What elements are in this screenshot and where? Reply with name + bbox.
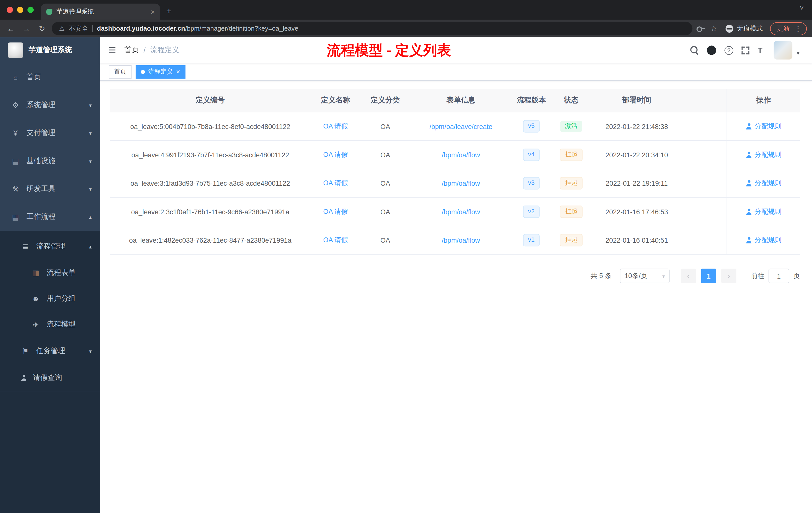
assign-rule-link[interactable]: 分配规则 xyxy=(754,235,781,245)
page-size-select[interactable]: 10条/页 ▾ xyxy=(620,269,670,283)
definition-table: 定义编号 定义名称 定义分类 表单信息 流程版本 状态 部署时间 操作 oa_l… xyxy=(110,89,800,255)
app-logo[interactable]: 芋道管理系统 xyxy=(0,37,100,63)
search-icon[interactable] xyxy=(691,46,699,55)
sidebar-item-process-form[interactable]: ▥流程表单 xyxy=(0,260,100,285)
form-link[interactable]: /bpm/oa/flow xyxy=(442,208,480,216)
version-cell: v2 xyxy=(512,206,551,218)
breadcrumb-home[interactable]: 首页 xyxy=(124,46,139,55)
tag-item[interactable]: 首页 xyxy=(109,65,132,79)
process-list-icon: ≣ xyxy=(21,242,30,250)
sidebar-item-payment[interactable]: ¥支付管理▾ xyxy=(0,119,100,147)
bookmark-star-icon[interactable]: ☆ xyxy=(710,24,717,33)
table-row: oa_leave:5:004b710b-7b8a-11ec-8ef0-acde4… xyxy=(110,113,800,141)
browser-toolbar: ← → ↻ ⚠ 不安全 dashboard.yudao.iocoder.cn/b… xyxy=(0,20,812,37)
status-cell: 挂起 xyxy=(551,177,591,189)
sidebar-item-user-group[interactable]: ☻用户分组 xyxy=(0,286,100,312)
table-row: oa_leave:1:482ec033-762a-11ec-8477-a2380… xyxy=(110,226,800,254)
col-actions: 操作 xyxy=(727,89,800,112)
form-info-cell: /bpm/oa/flow xyxy=(410,179,512,187)
github-icon[interactable] xyxy=(707,46,716,55)
zoom-window-button[interactable] xyxy=(27,7,34,13)
user-group-icon: ☻ xyxy=(31,295,40,303)
incognito-label: 无痕模式 xyxy=(737,24,763,33)
prev-page-button[interactable]: ‹ xyxy=(681,269,696,283)
actions-cell: 分配规则 xyxy=(727,169,800,197)
form-link[interactable]: /bpm/oa/flow xyxy=(442,236,480,244)
form-info-cell: /bpm/oa/flow xyxy=(410,151,512,159)
forward-icon[interactable]: → xyxy=(21,24,32,33)
definition-name-link[interactable]: OA 请假 xyxy=(323,122,348,130)
browser-menu-dots-icon[interactable]: ⋮ xyxy=(794,24,802,33)
sidebar-item-label: 请假查询 xyxy=(33,373,62,383)
assign-rule-link[interactable]: 分配规则 xyxy=(754,150,781,159)
definition-name-link[interactable]: OA 请假 xyxy=(323,151,348,158)
status-badge: 挂起 xyxy=(560,206,583,218)
definition-name-link[interactable]: OA 请假 xyxy=(323,179,348,187)
sidebar-item-home[interactable]: ⌂首页 xyxy=(0,63,100,91)
col-status: 状态 xyxy=(551,96,591,105)
close-window-button[interactable] xyxy=(7,7,13,13)
sidebar-item-infrastructure[interactable]: ▤基础设施▾ xyxy=(0,147,100,175)
form-link[interactable]: /bpm/oa/flow xyxy=(442,179,480,187)
form-link[interactable]: /bpm/oa/leave/create xyxy=(429,122,492,130)
avatar-caret-icon[interactable]: ▾ xyxy=(797,50,800,57)
home-icon: ⌂ xyxy=(11,73,20,81)
assign-rule-link[interactable]: 分配规则 xyxy=(754,122,781,131)
definition-category: OA xyxy=(360,179,410,187)
text-size-icon[interactable]: TT xyxy=(758,46,766,55)
page-1-button[interactable]: 1 xyxy=(701,269,716,283)
page-unit-label: 页 xyxy=(793,271,800,280)
sidebar-item-devtools[interactable]: ⚒研发工具▾ xyxy=(0,175,100,203)
update-button[interactable]: 更新 ⋮ xyxy=(770,22,807,35)
sidebar-item-task-manage[interactable]: ⚑任务管理▾ xyxy=(0,338,100,364)
goto-page-input[interactable] xyxy=(768,269,789,283)
sidebar-item-label: 系统管理 xyxy=(26,100,56,110)
reload-icon[interactable]: ↻ xyxy=(36,24,48,33)
address-bar[interactable]: ⚠ 不安全 dashboard.yudao.iocoder.cn/bpm/man… xyxy=(52,22,692,35)
version-cell: v4 xyxy=(512,149,551,161)
screen: 芋道管理系统 × + ˅ ← → ↻ ⚠ 不安全 dashboard.yudao… xyxy=(0,0,812,513)
next-page-button[interactable]: › xyxy=(721,269,736,283)
sidebar-item-leave-query[interactable]: 请假查询 xyxy=(0,364,100,391)
back-icon[interactable]: ← xyxy=(5,24,17,33)
breadcrumb-separator: / xyxy=(144,46,146,55)
browser-tab[interactable]: 芋道管理系统 × xyxy=(41,3,160,20)
assign-rule-link[interactable]: 分配规则 xyxy=(754,179,781,188)
help-icon[interactable]: ? xyxy=(725,46,733,55)
definition-name-link[interactable]: OA 请假 xyxy=(323,208,348,215)
person-icon xyxy=(746,152,752,158)
sidebar-item-label: 研发工具 xyxy=(26,184,56,193)
chevron-down-icon: ▾ xyxy=(89,186,92,192)
minimize-window-button[interactable] xyxy=(17,7,23,13)
sidebar-submenu: ≣流程管理▴▥流程表单☻用户分组✈流程模型⚑任务管理▾请假查询 xyxy=(0,231,100,391)
definition-id: oa_leave:2:3c1f0ef1-76b1-11ec-9c66-a2380… xyxy=(110,208,311,216)
security-label[interactable]: 不安全 xyxy=(69,24,88,33)
new-tab-button[interactable]: + xyxy=(166,6,172,17)
user-avatar[interactable] xyxy=(774,41,792,59)
sidebar: 芋道管理系统 ⌂首页⚙系统管理▾¥支付管理▾▤基础设施▾⚒研发工具▾▦工作流程▴… xyxy=(0,37,100,513)
logo-image xyxy=(8,42,23,58)
hamburger-icon[interactable]: ☰ xyxy=(100,45,124,56)
sidebar-item-process-manage[interactable]: ≣流程管理▴ xyxy=(0,233,100,260)
browser-tabstrip: 芋道管理系统 × + ˅ xyxy=(0,0,812,20)
tag-active[interactable]: 流程定义× xyxy=(136,65,185,79)
definition-name-cell: OA 请假 xyxy=(311,150,360,159)
password-key-icon[interactable] xyxy=(696,24,705,33)
sidebar-item-system[interactable]: ⚙系统管理▾ xyxy=(0,91,100,119)
tab-search-chevron-icon[interactable]: ˅ xyxy=(800,4,804,12)
sidebar-item-workflow[interactable]: ▦工作流程▴ xyxy=(0,203,100,231)
sidebar-item-process-model[interactable]: ✈流程模型 xyxy=(0,312,100,338)
tab-close-icon[interactable]: × xyxy=(151,7,155,16)
assign-rule-link[interactable]: 分配规则 xyxy=(754,207,781,216)
col-form-info: 表单信息 xyxy=(410,96,512,105)
definition-name-link[interactable]: OA 请假 xyxy=(323,236,348,244)
tag-close-icon[interactable]: × xyxy=(176,68,180,76)
infrastructure-icon: ▤ xyxy=(11,157,20,165)
fullscreen-icon[interactable] xyxy=(742,47,750,54)
form-link[interactable]: /bpm/oa/flow xyxy=(442,151,480,159)
breadcrumb-current: 流程定义 xyxy=(150,46,179,55)
sidebar-fill xyxy=(0,391,100,513)
pagination: 共 5 条 10条/页 ▾ ‹ 1 › 前往 页 xyxy=(110,269,800,283)
person-icon xyxy=(746,209,752,215)
sidebar-item-label: 首页 xyxy=(26,72,41,82)
